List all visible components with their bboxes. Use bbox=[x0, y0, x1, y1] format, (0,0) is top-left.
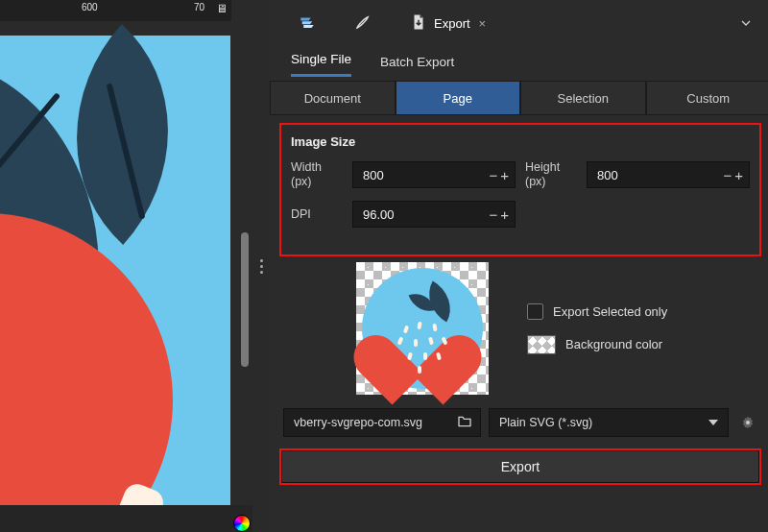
scope-document[interactable]: Document bbox=[270, 81, 396, 115]
panel-splitter[interactable] bbox=[252, 0, 270, 532]
layers-icon bbox=[299, 13, 316, 34]
minus-icon[interactable]: − bbox=[487, 206, 497, 223]
export-options: Export Selected only Background color bbox=[527, 303, 667, 354]
canvas-pane: 600 70 🖥 bbox=[0, 0, 252, 532]
brush-tool-tab[interactable] bbox=[354, 0, 372, 46]
format-text: Plain SVG (*.svg) bbox=[499, 416, 592, 429]
scrollbar-thumb[interactable] bbox=[241, 232, 249, 367]
width-input[interactable]: 800 −+ bbox=[352, 161, 516, 188]
export-tab-label: Export bbox=[434, 16, 470, 31]
dpi-label: DPI bbox=[291, 207, 343, 222]
strawberry-body bbox=[0, 213, 173, 532]
export-selected-option[interactable]: Export Selected only bbox=[527, 303, 667, 320]
preview-row: Export Selected only Background color bbox=[270, 256, 768, 400]
scope-tab-bar: Document Page Selection Custom bbox=[270, 81, 768, 115]
width-value: 800 bbox=[363, 168, 384, 182]
image-size-heading: Image Size bbox=[291, 134, 750, 149]
scope-page[interactable]: Page bbox=[396, 81, 521, 115]
background-color-swatch[interactable] bbox=[527, 335, 556, 354]
format-select[interactable]: Plain SVG (*.svg) bbox=[489, 408, 729, 437]
folder-icon[interactable] bbox=[457, 414, 472, 432]
display-mode-icon[interactable]: 🖥 bbox=[216, 2, 228, 15]
export-selected-label: Export Selected only bbox=[553, 304, 667, 319]
brush-icon bbox=[354, 13, 372, 34]
width-label: Width (px) bbox=[291, 160, 343, 189]
close-icon[interactable]: × bbox=[479, 16, 487, 31]
export-button-highlight: Export bbox=[279, 448, 761, 485]
scope-custom[interactable]: Custom bbox=[646, 81, 769, 115]
tool-tab-bar: Export × bbox=[270, 0, 768, 46]
color-wheel-icon[interactable] bbox=[233, 515, 251, 532]
filename-field[interactable]: vberry-svgrepo-com.svg bbox=[283, 408, 481, 437]
export-preview bbox=[356, 262, 489, 395]
export-tool-tab[interactable]: Export × bbox=[410, 0, 486, 46]
dpi-spinner[interactable]: −+ bbox=[487, 206, 509, 223]
export-button-label: Export bbox=[501, 459, 540, 474]
mode-tab-bar: Single File Batch Export bbox=[270, 46, 768, 77]
ruler-tick-600: 600 bbox=[82, 2, 98, 12]
ruler-tick-700: 70 bbox=[194, 2, 204, 12]
chevron-down-icon bbox=[708, 420, 718, 425]
minus-icon[interactable]: − bbox=[721, 167, 732, 183]
format-settings-button[interactable] bbox=[736, 408, 759, 437]
artboard bbox=[0, 36, 230, 532]
image-size-section: Image Size Width (px) 800 −+ Height (px)… bbox=[279, 123, 761, 256]
vertical-scrollbar[interactable] bbox=[237, 21, 252, 505]
export-selected-checkbox[interactable] bbox=[527, 303, 543, 320]
layers-tool-tab[interactable] bbox=[299, 0, 316, 46]
height-spinner[interactable]: −+ bbox=[721, 167, 743, 183]
width-spinner[interactable]: −+ bbox=[487, 167, 509, 183]
plus-icon[interactable]: + bbox=[732, 167, 743, 183]
dpi-input[interactable]: 96.00 −+ bbox=[352, 201, 516, 228]
minus-icon[interactable]: − bbox=[487, 167, 497, 183]
height-label: Height (px) bbox=[525, 160, 577, 189]
tab-single-file[interactable]: Single File bbox=[291, 52, 351, 77]
status-strip bbox=[0, 505, 252, 532]
dpi-value: 96.00 bbox=[363, 207, 395, 222]
canvas-viewport[interactable] bbox=[0, 21, 230, 532]
plus-icon[interactable]: + bbox=[498, 167, 509, 183]
filename-text: vberry-svgrepo-com.svg bbox=[294, 416, 422, 429]
export-icon bbox=[410, 13, 427, 34]
background-color-label: Background color bbox=[565, 337, 662, 351]
file-row: vberry-svgrepo-com.svg Plain SVG (*.svg) bbox=[270, 400, 768, 445]
export-panel: Export × Single File Batch Export Docume… bbox=[270, 0, 768, 532]
plus-icon[interactable]: + bbox=[498, 206, 509, 223]
export-button[interactable]: Export bbox=[281, 450, 759, 483]
ruler-horizontal: 600 70 🖥 bbox=[0, 0, 231, 21]
background-color-option[interactable]: Background color bbox=[527, 335, 667, 354]
panel-menu-chevron[interactable] bbox=[738, 15, 754, 34]
height-input[interactable]: 800 −+ bbox=[587, 161, 750, 188]
scope-selection[interactable]: Selection bbox=[520, 81, 646, 115]
tab-batch-export[interactable]: Batch Export bbox=[380, 55, 454, 77]
height-value: 800 bbox=[597, 168, 618, 182]
